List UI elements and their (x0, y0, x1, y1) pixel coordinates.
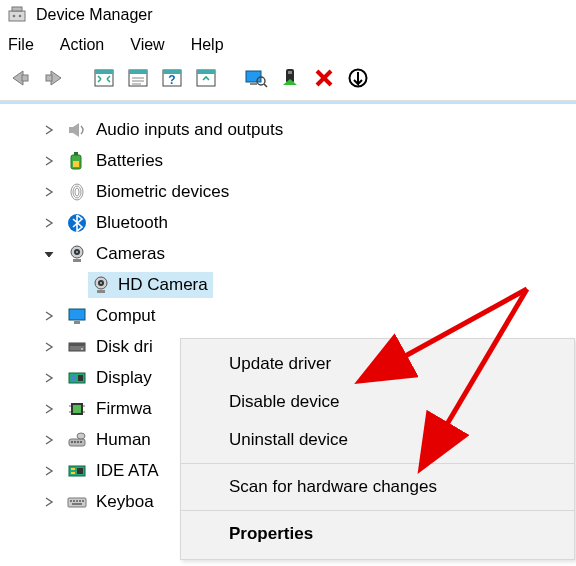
window-title: Device Manager (36, 6, 153, 24)
svg-line-21 (264, 84, 267, 87)
tree-item-label: Keyboa (96, 492, 154, 512)
help-button[interactable]: ? (158, 64, 186, 92)
chevron-right-icon[interactable] (42, 371, 56, 385)
svg-rect-38 (73, 259, 81, 262)
gpu-icon (66, 367, 88, 389)
tree-item-label: HD Camera (118, 275, 208, 295)
svg-point-33 (75, 188, 79, 196)
svg-point-47 (81, 348, 83, 350)
camera-icon (90, 274, 112, 296)
monitor-scan-button[interactable] (242, 64, 270, 92)
battery-icon (66, 150, 88, 172)
svg-rect-1 (12, 7, 22, 11)
menu-view[interactable]: View (130, 36, 164, 54)
svg-rect-7 (95, 70, 113, 74)
svg-rect-23 (288, 71, 292, 74)
chevron-right-icon[interactable] (42, 216, 56, 230)
svg-rect-67 (68, 498, 86, 507)
tree-item-label: Bluetooth (96, 213, 168, 233)
hid-icon (66, 429, 88, 451)
svg-rect-52 (73, 405, 81, 413)
svg-rect-49 (71, 375, 76, 381)
chevron-right-icon[interactable] (42, 402, 56, 416)
svg-text:?: ? (168, 73, 175, 87)
ctx-scan-hardware[interactable]: Scan for hardware changes (181, 468, 574, 506)
chip-icon (66, 398, 88, 420)
chevron-right-icon[interactable] (42, 123, 56, 137)
tree-item-bluetooth[interactable]: Bluetooth (0, 207, 576, 238)
ctx-properties[interactable]: Properties (181, 515, 574, 517)
ctx-separator (181, 463, 574, 464)
ctx-uninstall-device[interactable]: Uninstall device (181, 421, 574, 459)
svg-rect-43 (69, 309, 85, 320)
svg-rect-42 (97, 290, 105, 293)
tree-item-label: Firmwa (96, 399, 152, 419)
camera-icon (66, 243, 88, 265)
tree-item-label: Comput (96, 306, 156, 326)
svg-point-2 (13, 15, 16, 18)
svg-rect-61 (80, 441, 82, 443)
app-icon (8, 6, 26, 24)
tree-item-label: Biometric devices (96, 182, 229, 202)
svg-point-41 (100, 282, 102, 284)
menu-file[interactable]: File (8, 36, 34, 54)
svg-rect-68 (70, 500, 72, 502)
chevron-down-icon[interactable] (42, 247, 56, 261)
ide-icon (66, 460, 88, 482)
tree-item-batteries[interactable]: Batteries (0, 145, 576, 176)
svg-rect-66 (71, 472, 75, 474)
tree-item-label: Display (96, 368, 152, 388)
svg-rect-58 (71, 441, 73, 443)
update-driver-button[interactable] (276, 64, 304, 92)
svg-rect-50 (78, 375, 83, 381)
menu-help[interactable]: Help (191, 36, 224, 54)
chevron-right-icon[interactable] (42, 464, 56, 478)
scan-hardware-button[interactable] (192, 64, 220, 92)
tree-item-label: Cameras (96, 244, 165, 264)
tree-item-biometric[interactable]: Biometric devices (0, 176, 576, 207)
bluetooth-icon (66, 212, 88, 234)
svg-rect-70 (76, 500, 78, 502)
context-menu: Update driver Disable device Uninstall d… (180, 338, 575, 517)
menu-action[interactable]: Action (60, 36, 104, 54)
back-button[interactable] (6, 64, 34, 92)
monitor-icon (66, 305, 88, 327)
chevron-right-icon[interactable] (42, 185, 56, 199)
tree-item-label: IDE ATA (96, 461, 159, 481)
tree-item-computer[interactable]: Comput (0, 300, 576, 331)
svg-rect-17 (197, 70, 215, 74)
tree-item-hd-camera[interactable]: HD Camera (0, 269, 576, 300)
svg-rect-60 (77, 441, 79, 443)
svg-rect-19 (250, 83, 257, 85)
ctx-update-driver[interactable]: Update driver (181, 345, 574, 383)
svg-rect-72 (82, 500, 84, 502)
svg-rect-9 (129, 70, 147, 74)
ctx-disable-device[interactable]: Disable device (181, 383, 574, 421)
tree-item-label: Human (96, 430, 151, 450)
chevron-right-icon[interactable] (42, 154, 56, 168)
chevron-right-icon[interactable] (42, 340, 56, 354)
menubar: File Action View Help (0, 30, 576, 62)
tree-item-label: Batteries (96, 151, 163, 171)
disable-device-button[interactable] (344, 64, 372, 92)
svg-rect-5 (46, 75, 52, 81)
svg-rect-64 (77, 468, 83, 474)
svg-rect-46 (69, 343, 85, 346)
ctx-separator (181, 510, 574, 511)
tree-item-audio[interactable]: Audio inputs and outputs (0, 114, 576, 145)
forward-button[interactable] (40, 64, 68, 92)
tree-item-label: Audio inputs and outputs (96, 120, 283, 140)
properties-button[interactable] (124, 64, 152, 92)
show-hide-tree-button[interactable] (90, 64, 118, 92)
tree-item-cameras[interactable]: Cameras (0, 238, 576, 269)
tree-item-label: Disk dri (96, 337, 153, 357)
uninstall-device-button[interactable] (310, 64, 338, 92)
speaker-icon (66, 119, 88, 141)
chevron-right-icon[interactable] (42, 309, 56, 323)
svg-rect-30 (73, 161, 79, 167)
fingerprint-icon (66, 181, 88, 203)
disk-icon (66, 336, 88, 358)
svg-rect-73 (72, 503, 82, 505)
chevron-right-icon[interactable] (42, 495, 56, 509)
chevron-right-icon[interactable] (42, 433, 56, 447)
